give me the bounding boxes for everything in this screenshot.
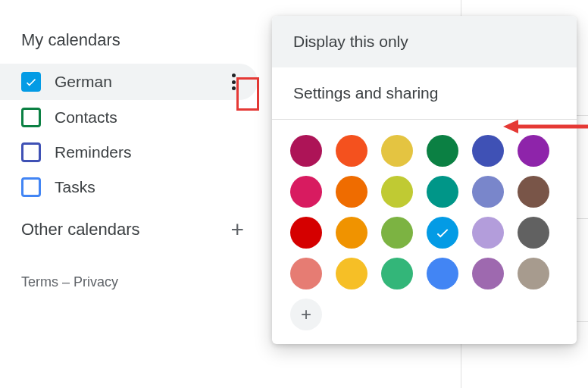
annotation-arrow-icon [503,118,588,135]
color-swatch[interactable] [381,176,413,208]
privacy-link[interactable]: Privacy [74,274,118,289]
color-swatch[interactable] [472,176,504,208]
color-swatch[interactable] [518,135,549,167]
checkmark-icon [434,224,451,241]
footer-separator: – [58,274,74,289]
color-swatch[interactable] [472,135,504,167]
color-swatch[interactable] [472,217,504,249]
checkbox-reminders[interactable] [21,142,41,162]
calendar-sidebar: My calendars German Contacts Reminders T… [0,0,258,310]
my-calendars-header[interactable]: My calendars [0,30,258,64]
svg-marker-1 [503,120,518,133]
color-swatch[interactable] [427,258,458,289]
annotation-highlight-box [236,77,259,111]
color-swatch[interactable] [290,176,322,208]
calendar-label: Tasks [55,178,244,196]
checkbox-tasks[interactable] [21,177,41,197]
color-swatch[interactable] [336,135,368,167]
my-calendars-list: German Contacts Reminders Tasks [0,64,258,205]
color-swatch[interactable] [427,176,458,208]
color-swatch[interactable] [336,176,368,208]
calendar-label: German [55,73,223,91]
color-swatch[interactable] [472,258,504,289]
other-calendars-header-row[interactable]: Other calendars + [0,205,258,255]
terms-link[interactable]: Terms [21,274,58,289]
color-swatch[interactable] [518,217,549,249]
color-swatch[interactable] [336,217,368,249]
calendar-item-contacts[interactable]: Contacts [0,100,258,135]
other-calendars-header: Other calendars [21,220,140,239]
add-other-calendar-icon[interactable]: + [230,218,244,241]
checkbox-contacts[interactable] [21,108,41,127]
footer-links: Terms – Privacy [0,255,258,310]
calendar-options-popup: Display this only Settings and sharing + [272,16,577,344]
color-swatch[interactable] [427,135,458,167]
calendar-item-german[interactable]: German [0,64,258,100]
plus-icon: + [301,305,311,324]
calendar-item-reminders[interactable]: Reminders [0,135,258,170]
color-swatch[interactable] [518,176,549,208]
add-custom-color-button[interactable]: + [290,299,322,330]
color-swatch[interactable] [290,258,322,289]
color-swatch[interactable] [518,258,549,289]
color-swatch[interactable] [381,258,413,289]
color-swatch[interactable] [290,135,322,167]
color-picker-grid [272,120,577,293]
calendar-label: Contacts [55,108,244,127]
color-swatch[interactable] [290,217,322,249]
calendar-label: Reminders [55,143,244,161]
color-swatch[interactable] [381,135,413,167]
checkbox-german[interactable] [21,72,41,92]
calendar-item-tasks[interactable]: Tasks [0,170,258,205]
color-swatch[interactable] [336,258,368,289]
color-swatch-selected[interactable] [427,217,458,249]
checkmark-icon [24,75,38,89]
menu-display-this-only[interactable]: Display this only [272,16,577,67]
color-swatch[interactable] [381,217,413,249]
menu-settings-and-sharing[interactable]: Settings and sharing [272,67,577,119]
